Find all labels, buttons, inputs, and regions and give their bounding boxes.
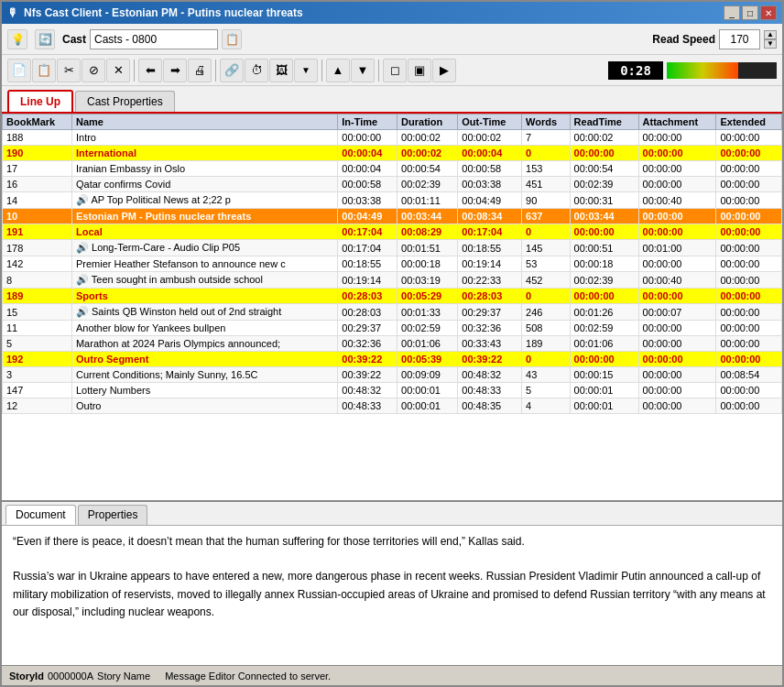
tab-lineup[interactable]: Line Up: [7, 90, 73, 112]
table-cell: 00:00:00: [638, 256, 716, 272]
table-row[interactable]: 190International00:00:0400:00:0200:00:04…: [3, 146, 782, 161]
table-cell: 00:17:04: [458, 224, 522, 240]
table-row[interactable]: 11Another blow for Yankees bullpen00:29:…: [3, 321, 782, 336]
table-cell: 5: [522, 383, 571, 398]
table-row[interactable]: 189Sports00:28:0300:05:2900:28:03000:00:…: [3, 289, 782, 304]
table-row[interactable]: 14🔊 AP Top Political News at 2;22 p00:03…: [3, 192, 782, 209]
table-cell: 00:29:37: [338, 321, 397, 336]
table-row[interactable]: 8🔊 Teen sought in ambush outside school0…: [3, 272, 782, 289]
table-row[interactable]: 15🔊 Saints QB Winston held out of 2nd st…: [3, 304, 782, 321]
table-row[interactable]: 17Iranian Embassy in Oslo00:00:0400:00:5…: [3, 161, 782, 177]
table-cell: Premier Heather Stefanson to announce ne…: [71, 256, 337, 272]
move-left-button[interactable]: ⬅: [138, 59, 162, 82]
table-cell: 00:00:02: [458, 130, 522, 146]
meter-bar: [667, 62, 738, 79]
table-cell: 17: [3, 161, 72, 177]
new-doc-button[interactable]: 📄: [7, 59, 31, 82]
down-arrow-button[interactable]: ▼: [351, 59, 375, 82]
read-speed-label: Read Speed: [652, 33, 715, 46]
table-cell: 00:18:55: [338, 256, 397, 272]
table-cell: Local: [71, 224, 337, 240]
title-bar: 🎙 Nfs Cast Client - Estonian PM - Putins…: [2, 2, 782, 24]
table-row[interactable]: 191Local00:17:0400:08:2900:17:04000:00:0…: [3, 224, 782, 240]
timer-display: 0:28: [608, 61, 777, 80]
table-row[interactable]: 188Intro00:00:0000:00:0200:00:02700:00:0…: [3, 130, 782, 146]
col-name: Name: [71, 114, 337, 130]
table-cell: 00:00:01: [397, 383, 458, 398]
document-para1: “Even if there is peace, it doesn’t mean…: [13, 533, 771, 551]
table-row[interactable]: 16Qatar confirms Covid00:00:5800:02:3900…: [3, 177, 782, 192]
bottom-tabs: Document Properties: [2, 502, 782, 526]
table-cell: 00:00:00: [716, 352, 782, 367]
separator3: [321, 60, 322, 82]
close-button[interactable]: ✕: [760, 5, 777, 20]
table-cell: 00:00:00: [716, 161, 782, 177]
table-cell: 00:19:14: [338, 272, 397, 289]
speed-down-button[interactable]: ▼: [764, 39, 777, 49]
maximize-button[interactable]: □: [742, 5, 758, 20]
col-duration: Duration: [397, 114, 458, 130]
table-row[interactable]: 178🔊 Long-Term-Care - Audio Clip P0500:1…: [3, 240, 782, 256]
table-cell: 00:00:18: [570, 256, 638, 272]
table-cell: 00:29:37: [458, 304, 522, 321]
unknown1-button[interactable]: ⊘: [82, 59, 105, 82]
table-cell: 00:00:00: [638, 367, 716, 383]
move-right-button[interactable]: ➡: [163, 59, 187, 82]
table-cell: 00:03:44: [570, 209, 638, 224]
table-cell: Marathon at 2024 Paris Olympics announce…: [71, 336, 337, 352]
cast-file-icon[interactable]: 📋: [222, 29, 242, 49]
table-cell: 00:00:00: [716, 321, 782, 336]
clock-button[interactable]: ⏱: [245, 59, 268, 82]
table-cell: 00:39:22: [338, 352, 397, 367]
table-cell: 00:00:00: [570, 146, 638, 161]
light-icon[interactable]: 💡: [7, 29, 27, 49]
table-cell: 00:17:04: [338, 224, 397, 240]
table-row[interactable]: 12Outro00:48:3300:00:0100:48:35400:00:01…: [3, 398, 782, 414]
table-cell: Qatar confirms Covid: [71, 177, 337, 192]
table-cell: 00:00:00: [638, 209, 716, 224]
separator4: [378, 60, 379, 82]
table-cell: 00:00:01: [570, 398, 638, 414]
table-cell: 00:05:29: [397, 289, 458, 304]
table-row[interactable]: 5Marathon at 2024 Paris Olympics announc…: [3, 336, 782, 352]
link-button[interactable]: 🔗: [220, 59, 244, 82]
print-button[interactable]: 🖨: [188, 59, 212, 82]
status-message: Message Editor Connected to server.: [165, 671, 331, 682]
bottom-content[interactable]: “Even if there is peace, it doesn’t mean…: [2, 526, 782, 665]
table-cell: 00:05:39: [397, 352, 458, 367]
table-cell: 00:00:00: [638, 177, 716, 192]
dropdown-button[interactable]: ▼: [294, 59, 318, 82]
table-cell: 00:00:00: [338, 130, 397, 146]
cast-input[interactable]: [90, 29, 218, 49]
bottom-tab-properties[interactable]: Properties: [78, 505, 148, 525]
table-row[interactable]: 147Lottery Numbers00:48:3200:00:0100:48:…: [3, 383, 782, 398]
bottom-panel: Document Properties “Even if there is pe…: [2, 500, 782, 665]
read-speed-input[interactable]: [719, 29, 760, 49]
main-content: BookMark Name In-Time Duration Out-Time …: [2, 114, 782, 665]
table-row[interactable]: 10Estonian PM - Putins nuclear threats00…: [3, 209, 782, 224]
table-container[interactable]: BookMark Name In-Time Duration Out-Time …: [2, 114, 782, 500]
refresh-icon[interactable]: 🔄: [35, 29, 55, 49]
photo-button[interactable]: 🖼: [269, 59, 293, 82]
cut-button[interactable]: ✂: [57, 59, 81, 82]
delete-button[interactable]: ✕: [106, 59, 130, 82]
minimize-button[interactable]: _: [724, 5, 740, 20]
square2-button[interactable]: ▣: [408, 59, 431, 82]
table-cell: 00:00:00: [716, 398, 782, 414]
table-cell: 00:00:54: [397, 161, 458, 177]
table-cell: 00:02:39: [570, 272, 638, 289]
copy-button[interactable]: 📋: [32, 59, 56, 82]
tab-cast-properties[interactable]: Cast Properties: [75, 91, 175, 112]
bottom-tab-document[interactable]: Document: [5, 505, 76, 525]
speed-up-button[interactable]: ▲: [764, 30, 777, 39]
up-arrow-button[interactable]: ▲: [326, 59, 350, 82]
table-row[interactable]: 192Outro Segment00:39:2200:05:3900:39:22…: [3, 352, 782, 367]
table-cell: 00:03:44: [397, 209, 458, 224]
table-row[interactable]: 3Current Conditions; Mainly Sunny, 16.5C…: [3, 367, 782, 383]
table-cell: 00:02:59: [397, 321, 458, 336]
table-row[interactable]: 142Premier Heather Stefanson to announce…: [3, 256, 782, 272]
table-cell: 00:00:00: [638, 398, 716, 414]
square1-button[interactable]: ◻: [383, 59, 407, 82]
play-button[interactable]: ▶: [432, 59, 456, 82]
table-cell: Sports: [71, 289, 337, 304]
